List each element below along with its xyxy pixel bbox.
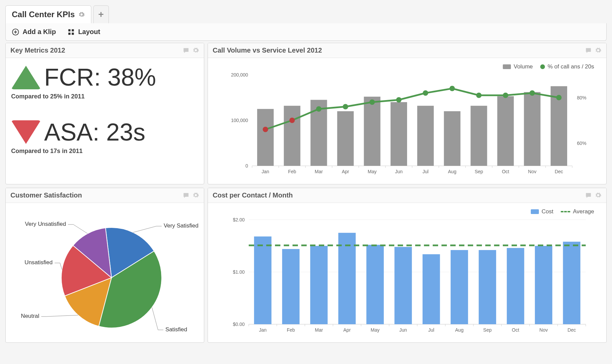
call-volume-chart: 0100,000200,000JanFebMarAprMayJunJulAugS… [213,71,601,179]
plus-icon: + [98,9,104,20]
gear-icon[interactable] [78,11,85,18]
svg-text:100,000: 100,000 [231,118,248,123]
comment-icon[interactable] [585,192,592,199]
layout-button[interactable]: Layout [67,28,100,36]
svg-rect-90 [423,254,440,324]
svg-rect-33 [470,106,487,166]
legend-cost: Cost [531,208,553,215]
add-klip-button[interactable]: Add a Klip [12,28,56,36]
kpi-fcr-sub: Compared to 25% in 2011 [11,93,198,100]
svg-rect-84 [366,245,384,324]
svg-text:Aug: Aug [455,327,464,333]
panel-title: Cost per Contact / Month [213,191,293,199]
svg-rect-1 [68,29,70,31]
svg-text:Mar: Mar [315,169,323,174]
legend-volume: Volume [503,63,533,70]
panel-title: Key Metrics 2012 [10,47,65,54]
svg-rect-30 [444,111,460,166]
panel-csat: Customer Satisfaction Very SatisfiedSati… [5,188,204,343]
svg-text:Jan: Jan [262,169,269,174]
panel-key-metrics: Key Metrics 2012 FCR: 38% Compared to 25… [5,43,204,184]
panel-title: Customer Satisfaction [10,191,82,199]
csat-pie-chart: Very SatisfiedSatisfiedNeutralUnsatisfie… [11,207,198,342]
kpi-asa-sub: Compared to 17s in 2011 [11,148,198,155]
svg-text:$2.00: $2.00 [233,217,245,222]
svg-text:0: 0 [245,163,248,169]
svg-text:Satisfied: Satisfied [165,326,187,333]
svg-rect-99 [507,248,524,324]
gear-icon[interactable] [595,47,602,54]
gear-icon[interactable] [192,192,199,199]
tab-title: Call Center KPIs [12,10,75,19]
svg-text:$1.00: $1.00 [233,269,245,275]
svg-text:Nov: Nov [540,327,548,333]
comment-icon[interactable] [182,192,190,199]
kpi-asa-value: ASA: 23s [44,120,145,145]
svg-text:Dec: Dec [568,327,576,333]
svg-rect-2 [72,29,74,31]
svg-rect-78 [310,246,328,325]
panel-call-volume: Call Volume vs Service Level 2012 Volume… [208,43,607,184]
svg-rect-81 [338,233,356,324]
svg-text:Mar: Mar [315,327,323,333]
triangle-down-icon [11,120,41,144]
cost-chart: $0.00$1.00$2.00JanFebMarAprMayJunJulAugS… [213,216,601,338]
svg-point-59 [556,95,561,100]
gear-icon[interactable] [192,47,199,54]
comment-icon[interactable] [585,47,592,54]
svg-text:60%: 60% [577,141,586,146]
svg-rect-3 [68,32,70,34]
svg-text:Very Satisfied: Very Satisfied [164,222,198,229]
svg-point-56 [476,93,482,98]
svg-text:Aug: Aug [448,169,456,174]
svg-text:Very Unsatisfied: Very Unsatisfied [25,221,66,227]
svg-rect-18 [337,111,354,166]
triangle-up-icon [11,66,41,89]
plus-circle-icon [12,28,19,36]
toolbar: Add a Klip Layout [5,23,607,41]
svg-text:Oct: Oct [512,327,519,333]
svg-rect-105 [563,242,581,324]
svg-point-57 [503,93,508,98]
svg-rect-36 [497,96,514,166]
svg-text:Apr: Apr [342,169,349,174]
svg-text:200,000: 200,000 [231,72,248,78]
svg-point-54 [423,90,428,96]
grid-icon [67,28,75,36]
svg-text:Jul: Jul [423,169,429,174]
svg-rect-12 [284,106,300,166]
gear-icon[interactable] [595,192,602,199]
svg-point-53 [396,97,401,102]
layout-label: Layout [78,28,100,36]
svg-text:Dec: Dec [555,169,563,174]
tab-call-center-kpis[interactable]: Call Center KPIs [5,5,91,23]
kpi-fcr-value: FCR: 38% [44,65,156,90]
svg-rect-21 [364,97,380,166]
svg-text:80%: 80% [577,95,586,100]
svg-text:Apr: Apr [343,327,351,333]
svg-text:Jul: Jul [428,327,434,333]
svg-text:Feb: Feb [287,327,295,333]
svg-text:Nov: Nov [528,169,537,174]
svg-text:Unsatisfied: Unsatisfied [25,259,53,266]
svg-rect-24 [391,102,407,166]
svg-rect-9 [257,109,274,166]
svg-rect-75 [282,249,300,324]
svg-point-49 [289,118,295,123]
svg-text:$0.00: $0.00 [233,322,245,327]
svg-rect-93 [451,250,468,324]
svg-rect-87 [395,247,412,324]
svg-point-51 [343,104,348,110]
svg-text:Jun: Jun [399,327,407,333]
comment-icon[interactable] [182,47,190,54]
svg-text:Jun: Jun [395,169,403,174]
legend-average: Average [561,208,594,215]
svg-rect-72 [254,237,272,324]
panel-cost: Cost per Contact / Month Cost Average $0… [208,188,607,343]
panel-title: Call Volume vs Service Level 2012 [213,47,322,54]
svg-text:Oct: Oct [502,169,509,174]
svg-point-48 [263,127,268,132]
svg-text:May: May [371,327,379,333]
svg-text:May: May [368,169,376,174]
add-tab-button[interactable]: + [93,5,109,23]
